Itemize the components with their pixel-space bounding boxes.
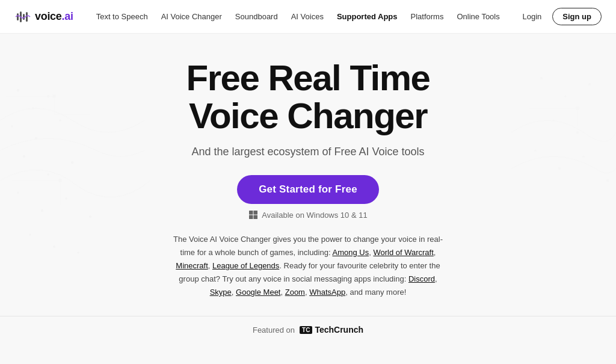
signup-button[interactable]: Sign up bbox=[552, 8, 602, 25]
link-lol[interactable]: League of Legends bbox=[212, 261, 279, 270]
hero-subtitle: And the largest ecosystem of Free AI Voi… bbox=[191, 146, 424, 158]
tc-icon: TC bbox=[300, 326, 312, 334]
nav-online-tools[interactable]: Online Tools bbox=[451, 8, 505, 25]
windows-badge: Available on Windows 10 & 11 bbox=[248, 210, 367, 220]
svg-rect-42 bbox=[254, 215, 258, 220]
link-minecraft[interactable]: Minecraft bbox=[176, 261, 208, 270]
svg-rect-41 bbox=[249, 215, 253, 220]
login-button[interactable]: Login bbox=[517, 8, 548, 25]
windows-label: Available on Windows 10 & 11 bbox=[262, 211, 367, 220]
svg-rect-39 bbox=[249, 211, 253, 215]
nav-ai-voice-changer[interactable]: AI Voice Changer bbox=[155, 8, 228, 25]
hero-title: Free Real Time Voice Changer bbox=[186, 59, 430, 135]
main-content: Free Real Time Voice Changer And the lar… bbox=[0, 34, 616, 335]
techcrunch-logo: TC TechCrunch bbox=[300, 325, 363, 335]
svg-rect-35 bbox=[17, 13, 19, 20]
nav-ai-voices[interactable]: AI Voices bbox=[285, 8, 330, 25]
link-wow[interactable]: World of Warcraft bbox=[373, 248, 433, 257]
svg-rect-37 bbox=[23, 14, 25, 20]
description: The Voice AI Voice Changer gives you the… bbox=[170, 233, 446, 299]
link-whatsapp[interactable]: WhatsApp bbox=[309, 288, 345, 297]
link-zoom[interactable]: Zoom bbox=[285, 288, 305, 297]
nav-text-to-speech[interactable]: Text to Speech bbox=[90, 8, 154, 25]
techcrunch-name: TechCrunch bbox=[315, 325, 363, 335]
nav-soundboard[interactable]: Soundboard bbox=[229, 8, 284, 25]
svg-rect-40 bbox=[254, 211, 258, 215]
navbar: voice.ai Text to Speech AI Voice Changer… bbox=[0, 0, 616, 34]
windows-icon bbox=[248, 210, 258, 220]
cta-wrapper: Get Started for Free Available on Window… bbox=[237, 175, 379, 220]
nav-platforms[interactable]: Platforms bbox=[405, 8, 450, 25]
logo-icon bbox=[14, 8, 31, 25]
logo-text: voice.ai bbox=[35, 10, 73, 23]
featured-prefix: Featured on bbox=[253, 325, 295, 335]
link-google-meet[interactable]: Google Meet bbox=[236, 288, 280, 297]
link-skype[interactable]: Skype bbox=[210, 288, 232, 297]
nav-auth: Login Sign up bbox=[517, 8, 602, 25]
link-discord[interactable]: Discord bbox=[408, 274, 435, 283]
featured-bar: Featured on TC TechCrunch bbox=[0, 316, 616, 335]
svg-rect-38 bbox=[26, 12, 28, 22]
nav-supported-apps[interactable]: Supported Apps bbox=[331, 8, 404, 25]
nav-links: Text to Speech AI Voice Changer Soundboa… bbox=[90, 8, 517, 25]
link-among-us[interactable]: Among Us bbox=[332, 248, 369, 257]
logo[interactable]: voice.ai bbox=[14, 8, 73, 25]
cta-button[interactable]: Get Started for Free bbox=[237, 175, 379, 204]
